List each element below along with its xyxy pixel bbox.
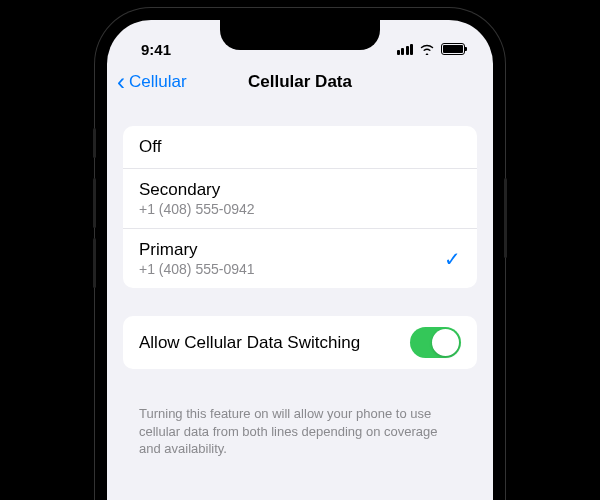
back-label: Cellular [129,72,187,92]
power-button [504,178,507,258]
cellular-signal-icon [397,44,414,55]
battery-icon [441,43,465,55]
allow-switching-label: Allow Cellular Data Switching [139,333,360,353]
option-primary-label: Primary [139,240,255,260]
mute-switch [93,128,96,158]
phone-frame: 9:41 ‹ Cellular Cellular Data [95,8,505,500]
volume-up-button [93,178,96,228]
status-time: 9:41 [141,41,171,58]
option-off-label: Off [139,137,161,157]
allow-switching-row[interactable]: Allow Cellular Data Switching [123,316,477,369]
checkmark-icon: ✓ [444,247,461,271]
volume-down-button [93,238,96,288]
status-icons [397,43,466,55]
allow-switching-toggle[interactable] [410,327,461,358]
chevron-left-icon: ‹ [117,70,125,94]
switching-group: Allow Cellular Data Switching [123,316,477,369]
data-line-selection-group: Off Secondary +1 (408) 555-0942 Primary … [123,126,477,288]
option-secondary[interactable]: Secondary +1 (408) 555-0942 [123,169,477,229]
option-secondary-number: +1 (408) 555-0942 [139,201,255,217]
toggle-knob [432,329,459,356]
phone-screen: 9:41 ‹ Cellular Cellular Data [107,20,493,500]
option-primary-number: +1 (408) 555-0941 [139,261,255,277]
navigation-bar: ‹ Cellular Cellular Data [107,64,493,104]
option-primary[interactable]: Primary +1 (408) 555-0941 ✓ [123,229,477,288]
wifi-icon [419,43,435,55]
option-secondary-label: Secondary [139,180,255,200]
content-area: Off Secondary +1 (408) 555-0942 Primary … [107,104,493,458]
option-off[interactable]: Off [123,126,477,169]
notch [220,20,380,50]
switching-footer-note: Turning this feature on will allow your … [123,397,477,458]
back-button[interactable]: ‹ Cellular [117,70,187,94]
